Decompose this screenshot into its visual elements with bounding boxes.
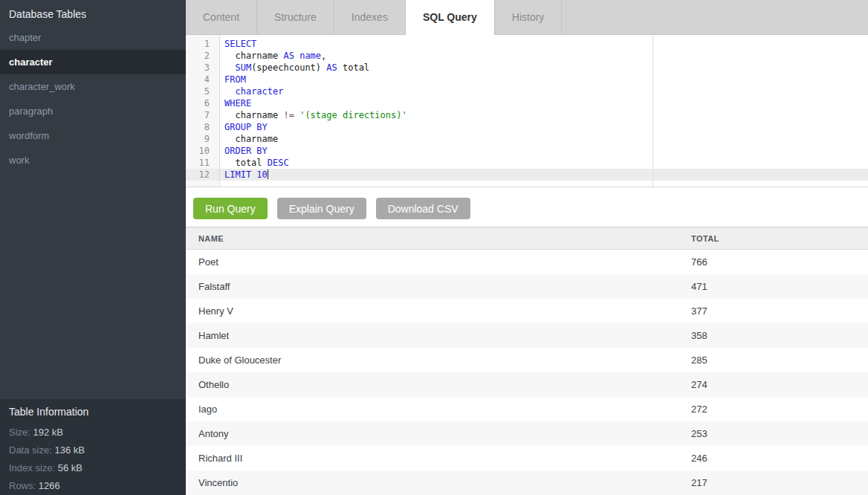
table-information-panel: Table Information Size: 192 kBData size:… bbox=[0, 399, 186, 495]
code-token: character bbox=[235, 86, 283, 97]
info-label: Rows: bbox=[9, 480, 39, 491]
table-row: Hamlet358 bbox=[186, 323, 868, 348]
code-line-9: charname bbox=[186, 133, 868, 145]
code-token: DESC bbox=[268, 158, 289, 168]
cell-name: Falstaff bbox=[186, 274, 678, 299]
code-token: name bbox=[299, 51, 321, 61]
line-number: 2 bbox=[186, 50, 219, 62]
cell-total: 217 bbox=[678, 470, 868, 495]
line-number: 8 bbox=[186, 121, 219, 133]
code-token bbox=[224, 62, 235, 73]
tab-history[interactable]: History bbox=[495, 0, 563, 34]
tab-structure[interactable]: Structure bbox=[257, 0, 334, 34]
sidebar-item-wordform[interactable]: wordform bbox=[0, 123, 186, 148]
cell-total: 471 bbox=[678, 274, 868, 299]
table-row: Falstaff471 bbox=[186, 274, 868, 299]
tab-indexes[interactable]: Indexes bbox=[334, 0, 406, 34]
cell-total: 253 bbox=[678, 421, 868, 446]
line-number: 10 bbox=[186, 145, 219, 157]
cell-total: 285 bbox=[678, 348, 868, 372]
cell-total: 274 bbox=[678, 372, 868, 397]
code-line-10: ORDER BY bbox=[186, 145, 868, 157]
cell-name: Iago bbox=[186, 397, 678, 421]
info-label: Data size: bbox=[9, 444, 54, 456]
code-token: GROUP BY bbox=[224, 122, 268, 132]
line-number: 11 bbox=[186, 157, 219, 169]
cell-name: Poet bbox=[186, 250, 678, 274]
line-number: 12 bbox=[186, 169, 219, 181]
info-value: 1266 bbox=[39, 480, 60, 491]
line-number: 5 bbox=[186, 85, 219, 97]
code-token: 10 bbox=[256, 169, 267, 180]
cell-total: 246 bbox=[678, 446, 868, 470]
code-token: total bbox=[224, 158, 268, 168]
code-line-1: SELECT bbox=[186, 38, 868, 50]
text-cursor bbox=[268, 169, 268, 179]
code-token: AS bbox=[283, 51, 294, 61]
table-row: Henry V377 bbox=[186, 299, 868, 323]
cell-total: 377 bbox=[678, 299, 868, 323]
sql-editor[interactable]: SELECT charname AS name, SUM(speechcount… bbox=[186, 35, 868, 187]
table-row: Iago272 bbox=[186, 397, 868, 421]
info-value: 192 kB bbox=[33, 427, 63, 438]
column-header-total: TOTAL bbox=[678, 227, 868, 250]
query-button-row: Run QueryExplain QueryDownload CSV bbox=[186, 187, 868, 227]
main-panel: ContentStructureIndexesSQL QueryHistory … bbox=[186, 0, 868, 495]
code-line-8: GROUP BY bbox=[186, 121, 868, 133]
cell-name: Duke of Gloucester bbox=[186, 348, 678, 372]
code-line-7: charname != '(stage directions)' bbox=[186, 109, 868, 121]
table-row: Duke of Gloucester285 bbox=[186, 348, 868, 372]
line-number-gutter: 123456789101112 bbox=[186, 35, 220, 187]
code-token: AS bbox=[326, 62, 337, 73]
line-number: 6 bbox=[186, 97, 219, 109]
tab-content[interactable]: Content bbox=[186, 0, 257, 34]
sidebar-item-work[interactable]: work bbox=[0, 148, 186, 172]
explain-query-button[interactable]: Explain Query bbox=[277, 198, 366, 219]
tab-sql-query[interactable]: SQL Query bbox=[406, 0, 495, 35]
table-list: chaptercharactercharacter_workparagraphw… bbox=[0, 25, 186, 172]
info-value: 136 kB bbox=[54, 444, 84, 456]
run-query-button[interactable]: Run Query bbox=[193, 198, 268, 219]
cell-name: Henry V bbox=[186, 299, 678, 323]
line-number: 4 bbox=[186, 74, 219, 85]
sidebar-item-character_work[interactable]: character_work bbox=[0, 74, 186, 99]
code-token: SUM bbox=[235, 62, 251, 73]
info-line: Data size: 136 kB bbox=[9, 441, 177, 459]
info-line: Index size: 56 kB bbox=[9, 459, 177, 477]
table-row: Othello274 bbox=[186, 372, 868, 397]
cell-name: Antony bbox=[186, 421, 678, 446]
code-token: total bbox=[337, 62, 369, 73]
cell-total: 272 bbox=[678, 397, 868, 421]
code-token: SELECT bbox=[224, 39, 256, 49]
sidebar-item-paragraph[interactable]: paragraph bbox=[0, 99, 186, 123]
app-window: Database Tables chaptercharactercharacte… bbox=[0, 0, 868, 495]
cell-name: Richard III bbox=[186, 446, 678, 470]
cell-name: Vincentio bbox=[186, 470, 678, 495]
cell-total: 766 bbox=[678, 250, 868, 274]
table-information-fields: Size: 192 kBData size: 136 kBIndex size:… bbox=[9, 424, 177, 495]
download-csv-button[interactable]: Download CSV bbox=[376, 198, 470, 219]
sidebar-item-character[interactable]: character bbox=[0, 50, 186, 74]
table-row: Antony253 bbox=[186, 421, 868, 446]
code-line-4: FROM bbox=[186, 74, 868, 85]
line-number: 1 bbox=[186, 38, 219, 50]
info-label: Index size: bbox=[9, 462, 58, 473]
cell-name: Othello bbox=[186, 372, 678, 397]
code-token: LIMIT bbox=[224, 169, 251, 180]
code-token: charname bbox=[224, 134, 278, 144]
code-token: (speechcount) bbox=[251, 62, 326, 73]
code-token: '(stage directions)' bbox=[299, 110, 407, 120]
code-line-2: charname AS name, bbox=[186, 50, 868, 62]
sidebar-item-chapter[interactable]: chapter bbox=[0, 25, 186, 50]
tab-bar: ContentStructureIndexesSQL QueryHistory bbox=[186, 0, 868, 35]
sidebar-title: Database Tables bbox=[0, 0, 186, 25]
table-row: Poet766 bbox=[186, 250, 868, 274]
code-line-3: SUM(speechcount) AS total bbox=[186, 62, 868, 74]
code-token: , bbox=[321, 51, 326, 61]
line-number: 3 bbox=[186, 62, 219, 74]
code-line-6: WHERE bbox=[186, 97, 868, 109]
code-token: charname bbox=[224, 51, 283, 61]
results-table: NAME TOTAL Poet766Falstaff471Henry V377H… bbox=[186, 227, 868, 495]
results-header-row: NAME TOTAL bbox=[186, 227, 868, 250]
code-line-11: total DESC bbox=[186, 157, 868, 169]
